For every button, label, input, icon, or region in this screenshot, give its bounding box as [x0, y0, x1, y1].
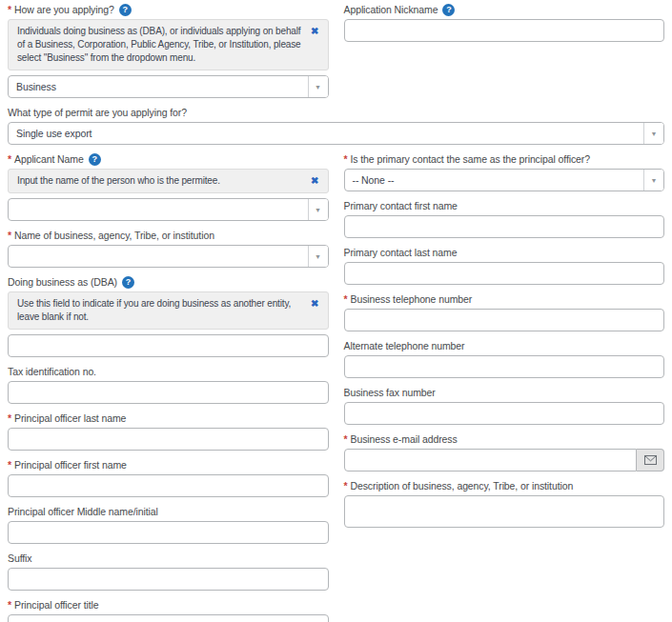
- field-business-name: * Name of business, agency, Tribe, or in…: [8, 228, 329, 268]
- label-text: Business fax number: [344, 387, 436, 399]
- label-text: Doing business as (DBA): [8, 276, 117, 289]
- field-principal-officer-middle-name: Principal officer Middle name/initial: [8, 504, 329, 544]
- select-caret-button[interactable]: ▼: [643, 123, 663, 144]
- how-applying-select[interactable]: Business ▼: [8, 75, 329, 98]
- field-alternate-telephone: Alternate telephone number: [344, 338, 665, 378]
- field-doing-business-as: Doing business as (DBA) ? Use this field…: [8, 274, 329, 357]
- principal-officer-middle-name-input[interactable]: [8, 521, 329, 544]
- required-asterisk: *: [344, 293, 348, 306]
- field-permit-type: What type of permit are you applying for…: [8, 105, 664, 145]
- label-text: How are you applying?: [14, 4, 114, 16]
- label-text: Principal officer Middle name/initial: [8, 506, 158, 518]
- chevron-down-icon: ▼: [315, 84, 321, 90]
- dba-input[interactable]: [8, 334, 329, 357]
- top-row: * How are you applying? ? Individuals do…: [8, 2, 664, 105]
- tax-id-input[interactable]: [8, 381, 329, 404]
- left-column: * Applicant Name ? Input the name of the…: [8, 151, 329, 622]
- help-icon[interactable]: ?: [442, 4, 455, 16]
- main-columns: * Applicant Name ? Input the name of the…: [8, 151, 664, 622]
- business-email-input[interactable]: [344, 449, 638, 472]
- principal-officer-last-name-input[interactable]: [8, 428, 329, 451]
- label-text: Applicant Name: [14, 153, 84, 166]
- business-name-select[interactable]: ▼: [8, 245, 329, 268]
- field-label: * Applicant Name ?: [8, 151, 329, 166]
- help-icon[interactable]: ?: [122, 276, 134, 289]
- field-principal-officer-title: * Principal officer title: [8, 597, 329, 622]
- primary-contact-last-name-input[interactable]: [344, 262, 665, 285]
- field-business-description: * Description of business, agency, Tribe…: [344, 478, 665, 528]
- business-fax-input[interactable]: [344, 402, 665, 425]
- principal-officer-title-input[interactable]: [8, 614, 329, 622]
- label-text: Principal officer last name: [14, 412, 126, 425]
- select-caret-button[interactable]: ▼: [308, 199, 328, 220]
- field-primary-contact-first-name: Primary contact first name: [344, 198, 665, 238]
- business-description-input[interactable]: [344, 495, 665, 528]
- email-addon-button[interactable]: [637, 449, 664, 472]
- close-icon[interactable]: ✖: [311, 174, 318, 188]
- help-icon[interactable]: ?: [89, 153, 101, 166]
- field-label: Principal officer Middle name/initial: [8, 504, 329, 518]
- select-value: Business: [9, 76, 308, 97]
- required-asterisk: *: [344, 433, 348, 446]
- select-caret-button[interactable]: ▼: [643, 170, 663, 191]
- label-text: Tax identification no.: [8, 366, 96, 378]
- email-input-group: [344, 449, 665, 472]
- field-primary-contact-last-name: Primary contact last name: [344, 245, 665, 285]
- field-label: * Business e-mail address: [344, 431, 665, 446]
- required-asterisk: *: [8, 230, 11, 242]
- required-asterisk: *: [8, 459, 11, 472]
- help-text: Input the name of the person who is the …: [17, 174, 303, 188]
- field-business-email: * Business e-mail address: [344, 431, 665, 472]
- label-text: Principal officer title: [14, 599, 99, 612]
- top-right-column: Application Nickname ?: [344, 2, 665, 105]
- select-value: [9, 199, 308, 220]
- alternate-telephone-input[interactable]: [344, 355, 665, 378]
- envelope-icon: [644, 455, 657, 465]
- primary-contact-same-select[interactable]: -- None -- ▼: [344, 169, 665, 191]
- field-label: * Is the primary contact the same as the…: [344, 151, 665, 166]
- select-caret-button[interactable]: ▼: [308, 246, 328, 267]
- help-icon[interactable]: ?: [119, 4, 132, 16]
- field-label: Application Nickname ?: [344, 2, 665, 16]
- help-tooltip: Input the name of the person who is the …: [8, 169, 329, 193]
- applicant-name-select[interactable]: ▼: [8, 198, 329, 221]
- field-label: Tax identification no.: [8, 364, 329, 378]
- label-text: Principal officer first name: [14, 459, 127, 472]
- label-text: What type of permit are you applying for…: [8, 107, 187, 119]
- label-text: Name of business, agency, Tribe, or inst…: [14, 230, 214, 242]
- principal-officer-first-name-input[interactable]: [8, 474, 329, 497]
- chevron-down-icon: ▼: [315, 207, 321, 213]
- field-label: * Business telephone number: [344, 291, 665, 306]
- select-caret-button[interactable]: ▼: [308, 76, 328, 97]
- required-asterisk: *: [344, 480, 348, 492]
- field-label: * Description of business, agency, Tribe…: [344, 478, 665, 492]
- help-tooltip: Use this field to indicate if you are do…: [8, 291, 329, 330]
- field-primary-contact-same: * Is the primary contact the same as the…: [344, 151, 665, 191]
- application-nickname-input[interactable]: [344, 19, 665, 42]
- select-value: Single use export: [9, 123, 643, 144]
- label-text: Description of business, agency, Tribe, …: [351, 480, 574, 492]
- field-label: * Principal officer first name: [8, 457, 329, 472]
- business-telephone-input[interactable]: [344, 309, 665, 331]
- field-applicant-name: * Applicant Name ? Input the name of the…: [8, 151, 329, 221]
- field-suffix: Suffix: [8, 551, 329, 591]
- label-text: Suffix: [8, 552, 31, 565]
- label-text: Alternate telephone number: [344, 340, 465, 352]
- select-value: [9, 246, 308, 267]
- required-asterisk: *: [8, 412, 11, 425]
- suffix-input[interactable]: [8, 568, 329, 591]
- label-text: Business e-mail address: [351, 433, 458, 446]
- label-text: Primary contact first name: [344, 200, 458, 212]
- close-icon[interactable]: ✖: [311, 25, 318, 38]
- field-label: * How are you applying? ?: [8, 2, 329, 16]
- required-asterisk: *: [8, 153, 11, 166]
- field-label: * Principal officer last name: [8, 411, 329, 425]
- field-business-fax: Business fax number: [344, 385, 665, 425]
- primary-contact-first-name-input[interactable]: [344, 215, 665, 238]
- field-label: Doing business as (DBA) ?: [8, 274, 329, 289]
- field-business-telephone: * Business telephone number: [344, 291, 665, 331]
- permit-type-select[interactable]: Single use export ▼: [8, 122, 664, 145]
- top-left-column: * How are you applying? ? Individuals do…: [8, 2, 329, 105]
- close-icon[interactable]: ✖: [311, 297, 318, 311]
- chevron-down-icon: ▼: [651, 177, 658, 184]
